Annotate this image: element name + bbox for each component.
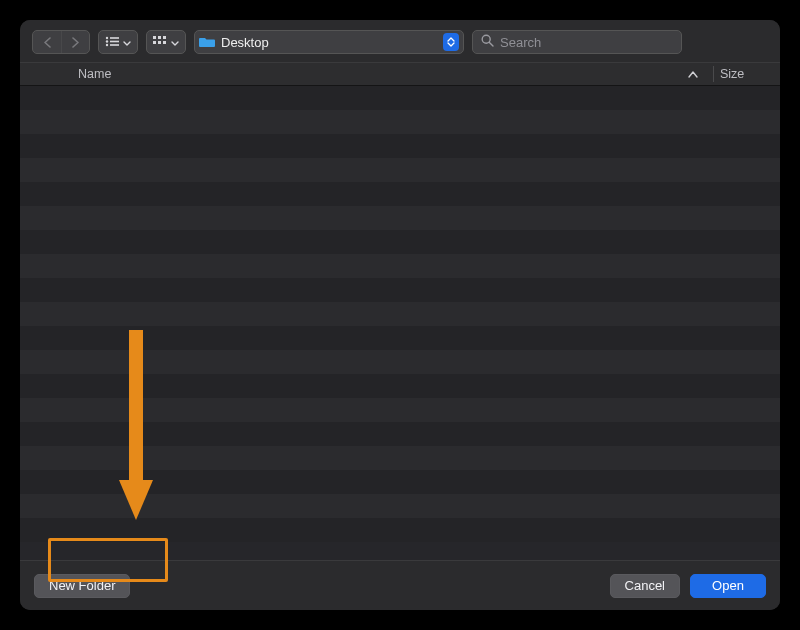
svg-rect-4 [110,40,119,42]
column-name[interactable]: Name [78,67,679,81]
updown-icon [443,33,459,51]
search-input[interactable] [500,35,673,50]
column-divider [713,66,714,82]
svg-point-0 [106,36,108,38]
svg-rect-11 [163,41,166,44]
folder-icon [199,36,215,48]
back-button[interactable] [33,31,61,53]
view-list-button[interactable] [98,30,138,54]
open-dialog: Desktop Name Size [20,20,780,610]
location-label: Desktop [221,35,439,50]
list-row [20,254,780,278]
location-popup[interactable]: Desktop [194,30,464,54]
list-row [20,86,780,110]
new-folder-button[interactable]: New Folder [34,574,130,598]
search-field[interactable] [472,30,682,54]
list-row [20,230,780,254]
footer: New Folder Cancel Open [20,560,780,610]
open-button[interactable]: Open [690,574,766,598]
svg-rect-8 [163,36,166,39]
list-row [20,278,780,302]
grid-icon [153,35,167,50]
list-row [20,206,780,230]
group-button[interactable] [146,30,186,54]
list-row [20,398,780,422]
svg-point-1 [106,40,108,42]
column-header: Name Size [20,62,780,86]
list-row [20,446,780,470]
svg-rect-5 [110,44,119,46]
svg-rect-6 [153,36,156,39]
column-size[interactable]: Size [720,67,780,81]
list-row [20,518,780,542]
list-row [20,326,780,350]
list-row [20,470,780,494]
chevron-down-icon [171,35,179,50]
svg-rect-3 [110,37,119,39]
list-row [20,110,780,134]
sort-ascending-icon[interactable] [679,71,707,78]
search-icon [481,34,494,50]
chevron-down-icon [123,35,131,50]
list-row [20,158,780,182]
cancel-button[interactable]: Cancel [610,574,680,598]
nav-back-forward-group [32,30,90,54]
svg-rect-7 [158,36,161,39]
forward-button[interactable] [61,31,89,53]
list-row [20,302,780,326]
svg-rect-10 [158,41,161,44]
toolbar: Desktop [20,20,780,62]
list-row [20,422,780,446]
list-icon [105,35,119,50]
svg-point-2 [106,43,108,45]
list-row [20,374,780,398]
svg-line-13 [489,42,493,46]
list-row [20,134,780,158]
list-row [20,350,780,374]
list-row [20,494,780,518]
svg-rect-9 [153,41,156,44]
list-row [20,182,780,206]
file-list[interactable] [20,86,780,560]
